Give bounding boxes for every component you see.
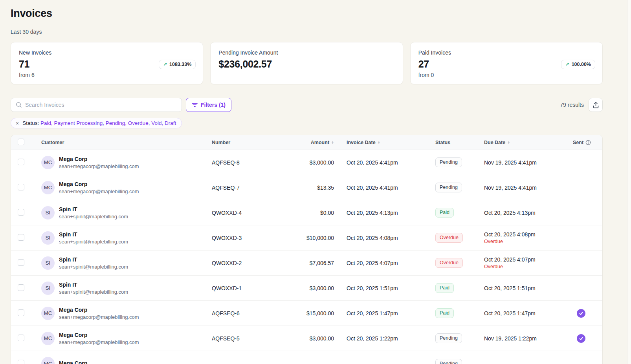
customer-name: Spin IT bbox=[59, 231, 128, 238]
invoice-date: Oct 20, 2025 4:41pm bbox=[334, 185, 435, 191]
avatar: SI bbox=[41, 282, 55, 295]
table-row[interactable]: SI Spin IT sean+spinit@maplebilling.com … bbox=[11, 200, 602, 225]
stat-label: Pending Invoice Amount bbox=[218, 49, 394, 56]
table-row[interactable]: SI Spin IT sean+spinit@maplebilling.com … bbox=[11, 251, 602, 276]
table-row[interactable]: MC Mega Corp sean+megacorp@maplebilling.… bbox=[11, 326, 602, 351]
customer-name: Spin IT bbox=[59, 256, 128, 263]
filter-icon bbox=[192, 102, 198, 107]
stat-label: New Invoices bbox=[19, 49, 195, 56]
customer-email: sean+spinit@maplebilling.com bbox=[59, 214, 128, 219]
row-checkbox[interactable] bbox=[18, 284, 24, 291]
scrollbar-track[interactable] bbox=[627, 0, 631, 364]
customer-email: sean+spinit@maplebilling.com bbox=[59, 289, 128, 295]
status-badge: Pending bbox=[435, 183, 462, 192]
invoice-date: Oct 20, 2025 1:47pm bbox=[334, 310, 435, 316]
customer-name: Spin IT bbox=[59, 206, 128, 212]
select-all-checkbox[interactable] bbox=[18, 139, 24, 145]
info-icon[interactable] bbox=[585, 140, 591, 145]
invoice-amount: $10,000.00 bbox=[290, 235, 334, 241]
invoice-number: AQFSEQ-7 bbox=[212, 185, 290, 191]
invoice-number: AQFSEQ-8 bbox=[212, 159, 290, 166]
due-date: Oct 20, 2025 1:51pm bbox=[484, 285, 573, 291]
avatar: MC bbox=[41, 332, 55, 345]
row-checkbox[interactable] bbox=[18, 259, 24, 266]
status-badge: Overdue bbox=[435, 258, 463, 268]
sort-icon[interactable]: ▲▼ bbox=[378, 141, 380, 144]
search-box[interactable] bbox=[11, 98, 182, 112]
customer-name: Mega Corp bbox=[59, 332, 139, 338]
avatar: SI bbox=[41, 231, 55, 245]
stat-value: $236,002.57 bbox=[218, 59, 394, 70]
stat-comparison: from 0 bbox=[418, 72, 594, 78]
active-filters-row: × Status: Paid, Payment Processing, Pend… bbox=[11, 118, 603, 128]
page-title: Invoices bbox=[11, 7, 603, 20]
table-row[interactable]: MC Mega Corp sean+megacorp@maplebilling.… bbox=[11, 301, 602, 326]
table-header-row: Customer Number Amount ▲▼ Invoice Date ▲… bbox=[11, 135, 602, 150]
table-row[interactable]: MC Mega Corp sean+megacorp@maplebilling.… bbox=[11, 150, 602, 175]
row-checkbox[interactable] bbox=[18, 209, 24, 216]
due-date: Nov 19, 2025 4:41pm bbox=[484, 185, 573, 191]
avatar: MC bbox=[41, 181, 55, 194]
trend-badge: ↗ 100.00% bbox=[561, 60, 595, 69]
results-count: 79 results bbox=[560, 102, 584, 108]
invoices-page: Invoices Last 30 days New Invoices 71 fr… bbox=[0, 0, 631, 364]
invoice-amount: $3,000.00 bbox=[290, 159, 334, 166]
invoice-amount: $13.35 bbox=[290, 185, 334, 191]
invoice-amount: $0.00 bbox=[290, 210, 334, 216]
search-input[interactable] bbox=[25, 102, 177, 108]
status-badge: Pending bbox=[435, 157, 462, 167]
customer-email: sean+megacorp@maplebilling.com bbox=[59, 314, 139, 320]
toolbar: Filters (1) 79 results bbox=[11, 98, 603, 112]
stat-card-pending-amount: Pending Invoice Amount $236,002.57 bbox=[210, 42, 403, 84]
status-badge: Pending bbox=[435, 359, 462, 364]
table-row[interactable]: SI Spin IT sean+spinit@maplebilling.com … bbox=[11, 276, 602, 301]
customer-name: Mega Corp bbox=[59, 360, 87, 364]
invoice-date: Oct 20, 2025 4:13pm bbox=[334, 210, 435, 216]
invoice-amount: $15,000.00 bbox=[290, 310, 334, 316]
table-row[interactable]: SI Spin IT sean+spinit@maplebilling.com … bbox=[11, 225, 602, 251]
stats-row: New Invoices 71 from 6 ↗ 1083.33% Pendin… bbox=[11, 42, 603, 84]
status-badge: Paid bbox=[435, 283, 454, 293]
invoices-table: Customer Number Amount ▲▼ Invoice Date ▲… bbox=[11, 135, 603, 364]
column-header-invoice-date[interactable]: Invoice Date ▲▼ bbox=[334, 140, 435, 145]
avatar: SI bbox=[41, 206, 55, 219]
invoice-date: Oct 20, 2025 1:51pm bbox=[334, 285, 435, 291]
customer-email: sean+megacorp@maplebilling.com bbox=[59, 188, 139, 194]
sort-icon[interactable]: ▲▼ bbox=[331, 141, 334, 144]
stat-label: Paid Invoices bbox=[418, 49, 594, 56]
row-checkbox[interactable] bbox=[18, 309, 24, 316]
column-header-customer: Customer bbox=[41, 140, 212, 145]
row-checkbox[interactable] bbox=[18, 335, 24, 341]
chip-close-icon[interactable]: × bbox=[16, 121, 19, 126]
invoice-number: AQFSEQ-5 bbox=[212, 335, 290, 342]
due-date: Nov 19, 2025 1:22pm bbox=[484, 335, 573, 342]
stat-card-new-invoices: New Invoices 71 from 6 ↗ 1083.33% bbox=[11, 42, 203, 84]
due-date: Oct 20, 2025 4:08pm bbox=[484, 231, 573, 238]
column-header-amount[interactable]: Amount ▲▼ bbox=[290, 140, 334, 145]
customer-email: sean+megacorp@maplebilling.com bbox=[59, 339, 139, 345]
invoice-date: Oct 20, 2025 4:08pm bbox=[334, 235, 435, 241]
row-checkbox[interactable] bbox=[18, 184, 24, 190]
avatar: MC bbox=[41, 357, 55, 364]
chip-values: Paid, Payment Processing, Pending, Overd… bbox=[40, 120, 176, 126]
sent-check-icon bbox=[577, 309, 585, 318]
filters-button[interactable]: Filters (1) bbox=[186, 98, 231, 112]
avatar: SI bbox=[41, 256, 55, 270]
export-button[interactable] bbox=[589, 98, 603, 112]
table-row[interactable]: MC Mega Corp Pending bbox=[11, 351, 602, 364]
row-checkbox[interactable] bbox=[18, 360, 24, 364]
customer-email: sean+spinit@maplebilling.com bbox=[59, 264, 128, 270]
column-header-due-date[interactable]: Due Date ▲▼ bbox=[484, 140, 573, 145]
filters-button-label: Filters (1) bbox=[201, 102, 226, 108]
invoice-amount: $3,000.00 bbox=[290, 335, 334, 342]
invoice-amount: $7,006.57 bbox=[290, 260, 334, 266]
sort-icon[interactable]: ▲▼ bbox=[507, 141, 510, 144]
customer-name: Mega Corp bbox=[59, 181, 139, 187]
due-date: Oct 20, 2025 4:13pm bbox=[484, 210, 573, 216]
invoice-number: AQFSEQ-6 bbox=[212, 310, 290, 316]
row-checkbox[interactable] bbox=[18, 159, 24, 165]
status-filter-chip[interactable]: × Status: Paid, Payment Processing, Pend… bbox=[11, 118, 182, 128]
row-checkbox[interactable] bbox=[18, 234, 24, 241]
stat-comparison: from 6 bbox=[19, 72, 195, 78]
table-row[interactable]: MC Mega Corp sean+megacorp@maplebilling.… bbox=[11, 175, 602, 200]
